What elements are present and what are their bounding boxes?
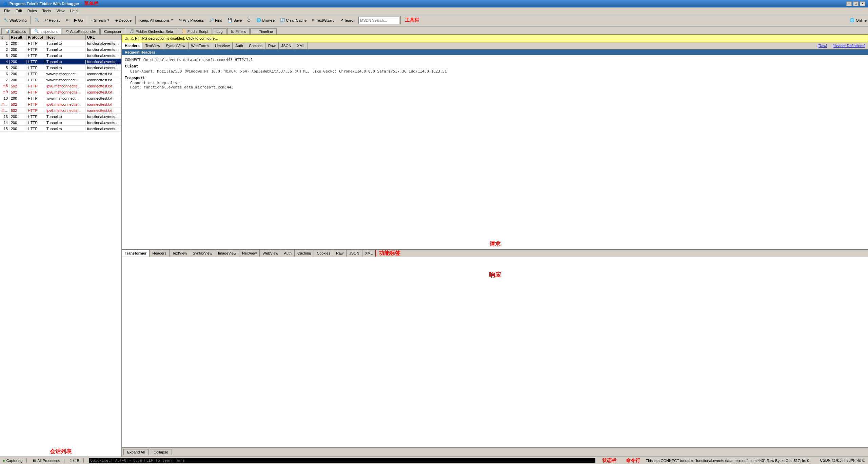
table-row[interactable]: ⚠11502HTTPipv6.msftconnectte.../connectt…: [0, 101, 121, 107]
cell-host: Tunnel to: [45, 115, 86, 119]
resp-tab-raw[interactable]: Raw: [333, 250, 347, 257]
browse-button[interactable]: 🌐 Browse: [254, 16, 277, 25]
table-row[interactable]: 15200HTTPTunnel tofunctional.events.data…: [0, 126, 121, 132]
resp-tab-transformer[interactable]: Transformer: [122, 250, 150, 257]
req-tab-raw[interactable]: Raw: [265, 42, 279, 49]
any-process-button[interactable]: ⊕ Any Process: [176, 16, 206, 25]
tab-fiddler-orchestra[interactable]: 🎵 Fiddler Orchestra Beta: [126, 28, 177, 34]
resp-tab-cookies[interactable]: Cookies: [314, 250, 333, 257]
save-button[interactable]: 💾 Save: [225, 16, 244, 25]
separator-3: [135, 16, 136, 24]
quickexec-input[interactable]: [89, 458, 596, 463]
clear-cache-button[interactable]: 🔄 Clear Cache: [278, 16, 309, 25]
resp-tab-hexview[interactable]: HexView: [239, 250, 260, 257]
menu-view[interactable]: View: [54, 7, 67, 14]
tab-fiddler-script[interactable]: 📜 FiddlerScript: [178, 28, 212, 34]
resp-tab-auth[interactable]: Auth: [281, 250, 295, 257]
title-left: 🔵 Progress Telerik Fiddler Web Debugger …: [3, 1, 98, 7]
timer-button[interactable]: ⏱: [245, 16, 253, 25]
resp-tab-caching[interactable]: Caching: [295, 250, 314, 257]
menu-annotation: 菜单栏: [84, 1, 98, 7]
https-warning[interactable]: ⚠ ⚠ HTTPS decryption is disabled. Click …: [122, 35, 868, 42]
cell-result: 200: [9, 66, 26, 70]
menu-edit[interactable]: Edit: [13, 7, 25, 14]
req-tab-xml[interactable]: XML: [294, 42, 308, 49]
table-row[interactable]: 4200HTTPTunnel tofunctional.events.data.…: [0, 59, 121, 65]
keep-sessions-button[interactable]: Keep: All sessions: [137, 16, 176, 25]
capture-label: Capturing: [6, 459, 23, 463]
menu-tools[interactable]: Tools: [40, 7, 54, 14]
decode-button[interactable]: ◈ Decode: [113, 16, 134, 25]
resp-tab-webview[interactable]: WebView: [260, 250, 281, 257]
capture-dot: ●: [3, 459, 5, 463]
col-header-protocol: Protocol: [26, 35, 45, 40]
msdn-search-input[interactable]: [358, 17, 399, 24]
table-row[interactable]: 10200HTTPwww.msftconnect.../connecttest.…: [0, 95, 121, 101]
capture-section: ● Capturing: [3, 459, 27, 463]
textwizard-button[interactable]: ✏ TextWizard: [310, 16, 337, 25]
resp-tab-syntaxview[interactable]: SyntaxView: [190, 250, 215, 257]
tab-log[interactable]: Log: [213, 28, 226, 34]
req-tab-auth[interactable]: Auth: [233, 42, 246, 49]
table-row[interactable]: ⚠12502HTTPipv6.msftconnectte.../connectt…: [0, 107, 121, 114]
cell-host: ipv6.msftconnectte...: [45, 84, 86, 88]
req-tab-json[interactable]: JSON: [279, 42, 294, 49]
menu-help[interactable]: Help: [67, 7, 80, 14]
tab-composer[interactable]: Composer: [100, 28, 125, 34]
tab-autoresponder[interactable]: ↺ AutoResponder: [62, 28, 100, 34]
raw-link[interactable]: [Raw]: [817, 44, 827, 48]
table-row[interactable]: 14200HTTPTunnel tofunctional.events.data…: [0, 120, 121, 126]
title-controls[interactable]: − □ ×: [846, 1, 865, 6]
resp-tab-imageview[interactable]: ImageView: [215, 250, 239, 257]
x-button[interactable]: ✕: [63, 16, 71, 25]
table-row[interactable]: 7200HTTPwww.msftconnect.../connecttest.t…: [0, 77, 121, 83]
title-bar: 🔵 Progress Telerik Fiddler Web Debugger …: [0, 0, 868, 7]
tab-filters[interactable]: ☑ Filters: [227, 28, 250, 34]
tab-timeline[interactable]: — Timeline: [250, 28, 277, 34]
expand-all-button[interactable]: Expand All: [123, 449, 149, 455]
cell-protocol: HTTP: [26, 115, 45, 119]
table-row[interactable]: 5200HTTPTunnel tofunctional.events.data.…: [0, 65, 121, 71]
browse-icon: 🌐: [256, 18, 261, 22]
req-tab-headers[interactable]: Headers: [122, 42, 142, 49]
menu-file[interactable]: File: [1, 7, 13, 14]
table-row[interactable]: 6200HTTPwww.msftconnect.../connecttest.t…: [0, 71, 121, 77]
tearoff-button[interactable]: ↗ Tearoff: [338, 16, 358, 25]
warning-icon: ⚠: [125, 36, 129, 41]
resp-tab-json[interactable]: JSON: [347, 250, 362, 257]
req-tab-webforms[interactable]: WebForms: [189, 42, 213, 49]
menu-rules[interactable]: Rules: [25, 7, 40, 14]
cell-num: 13: [0, 115, 9, 119]
go-button[interactable]: ▶ Go: [72, 16, 85, 25]
winconfig-button[interactable]: 🔧 WinConfig: [1, 16, 29, 25]
save-icon: 💾: [228, 18, 232, 22]
collapse-button[interactable]: Collapse: [150, 449, 172, 455]
req-tab-textview[interactable]: TextView: [142, 42, 163, 49]
table-row[interactable]: ⚠9502HTTPipv6.msftconnectte.../connectte…: [0, 89, 121, 95]
resp-tab-textview[interactable]: TextView: [170, 250, 190, 257]
table-row[interactable]: ⚠8502HTTPipv6.msftconnectte.../connectte…: [0, 83, 121, 89]
replay-button[interactable]: ↩ Replay: [42, 16, 63, 25]
table-row[interactable]: 3200HTTPTunnel tofunctional.events.data.…: [0, 53, 121, 59]
find-button[interactable]: 🔎 Find: [207, 16, 224, 25]
req-tab-hexview[interactable]: HexView: [212, 42, 233, 49]
maximize-btn[interactable]: □: [853, 1, 859, 6]
table-row[interactable]: 1200HTTPTunnel tofunctional.events.data.…: [0, 40, 121, 46]
minimize-btn[interactable]: −: [846, 1, 852, 6]
table-row[interactable]: 13200HTTPTunnel tofunctional.events.data…: [0, 114, 121, 120]
resp-tab-xml[interactable]: XML: [362, 250, 376, 257]
stream-button[interactable]: ≈ Stream: [88, 16, 112, 25]
resp-tab-headers[interactable]: Headers: [150, 250, 170, 257]
col-header-url: URL: [86, 35, 121, 40]
cell-result: 200: [9, 54, 26, 58]
table-row[interactable]: 2200HTTPTunnel tofunctional.events.data.…: [0, 46, 121, 53]
cell-num: 1: [0, 41, 9, 45]
header-def-link[interactable]: [Header Definitions]: [832, 44, 865, 48]
req-tab-syntaxview[interactable]: SyntaxView: [163, 42, 188, 49]
tab-statistics[interactable]: 📊 Statistics: [1, 28, 30, 34]
req-tab-cookies[interactable]: Cookies: [246, 42, 265, 49]
close-btn[interactable]: ×: [860, 1, 865, 6]
cell-result: 502: [9, 108, 26, 113]
find-button-small[interactable]: 🔍: [32, 16, 42, 25]
tab-inspectors[interactable]: 🔍 Inspectors: [31, 28, 61, 34]
